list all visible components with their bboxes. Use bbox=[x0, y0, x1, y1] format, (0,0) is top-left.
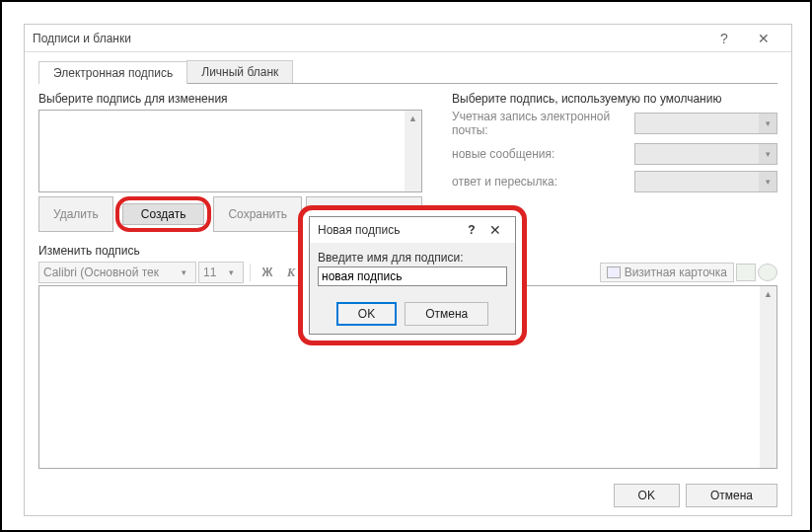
chevron-down-icon: ▾ bbox=[176, 267, 191, 277]
insert-link-button[interactable] bbox=[758, 264, 777, 281]
modal-ok-button[interactable]: OK bbox=[336, 302, 397, 326]
bold-button[interactable]: Ж bbox=[257, 262, 278, 283]
close-button[interactable]: ✕ bbox=[744, 31, 783, 46]
chevron-down-icon: ▾ bbox=[759, 144, 776, 164]
chevron-down-icon: ▾ bbox=[759, 114, 776, 133]
signature-listbox[interactable]: ▲ bbox=[38, 110, 422, 192]
size-combo[interactable]: 11▾ bbox=[198, 262, 244, 283]
save-button[interactable]: Сохранить bbox=[213, 196, 302, 232]
account-label: Учетная запись электронной почты: bbox=[452, 110, 634, 137]
create-button[interactable]: Создать bbox=[122, 203, 205, 225]
scroll-up-icon[interactable]: ▲ bbox=[405, 111, 421, 127]
signature-name-input[interactable] bbox=[318, 266, 507, 286]
scrollbar[interactable]: ▲ bbox=[405, 111, 421, 191]
reply-forward-combo[interactable]: ▾ bbox=[634, 171, 777, 192]
chevron-down-icon: ▾ bbox=[223, 267, 239, 277]
chevron-down-icon: ▾ bbox=[759, 172, 776, 191]
scroll-up-icon[interactable]: ▲ bbox=[760, 286, 776, 303]
modal-cancel-button[interactable]: Отмена bbox=[405, 302, 488, 326]
tab-personal-blank[interactable]: Личный бланк bbox=[186, 60, 293, 83]
ok-button[interactable]: OK bbox=[614, 484, 680, 507]
tab-electronic-signature[interactable]: Электронная подпись bbox=[38, 61, 187, 84]
business-card-button[interactable]: Визитная карточка bbox=[600, 263, 734, 282]
new-signature-dialog: Новая подпись ? ✕ Введите имя для подпис… bbox=[309, 216, 516, 335]
modal-prompt: Введите имя для подписи: bbox=[318, 251, 507, 265]
tabs: Электронная подпись Личный бланк bbox=[38, 60, 777, 84]
modal-help-button[interactable]: ? bbox=[460, 223, 483, 237]
create-highlight: Создать bbox=[115, 196, 212, 232]
cancel-button[interactable]: Отмена bbox=[686, 484, 777, 507]
dialog-footer: OK Отмена bbox=[614, 484, 777, 507]
font-combo[interactable]: Calibri (Основной тек▾ bbox=[38, 262, 196, 283]
select-signature-label: Выберите подпись для изменения bbox=[38, 92, 422, 106]
modal-close-button[interactable]: ✕ bbox=[483, 222, 507, 238]
new-messages-label: новые сообщения: bbox=[452, 147, 634, 161]
card-icon bbox=[607, 266, 621, 278]
modal-titlebar: Новая подпись ? ✕ bbox=[310, 217, 515, 243]
modal-title: Новая подпись bbox=[318, 223, 460, 237]
account-combo[interactable]: ▾ bbox=[634, 113, 777, 134]
new-messages-combo[interactable]: ▾ bbox=[634, 143, 777, 165]
delete-button[interactable]: Удалить bbox=[38, 196, 113, 232]
modal-highlight: Новая подпись ? ✕ Введите имя для подпис… bbox=[298, 205, 527, 345]
window-title: Подписи и бланки bbox=[33, 32, 704, 45]
default-signature-label: Выберите подпись, используемую по умолча… bbox=[452, 92, 777, 106]
reply-forward-label: ответ и пересылка: bbox=[452, 175, 634, 189]
insert-image-button[interactable] bbox=[736, 264, 756, 281]
titlebar: Подписи и бланки ? ✕ bbox=[25, 25, 791, 52]
help-button[interactable]: ? bbox=[704, 31, 744, 46]
scrollbar[interactable]: ▲ bbox=[760, 286, 776, 468]
